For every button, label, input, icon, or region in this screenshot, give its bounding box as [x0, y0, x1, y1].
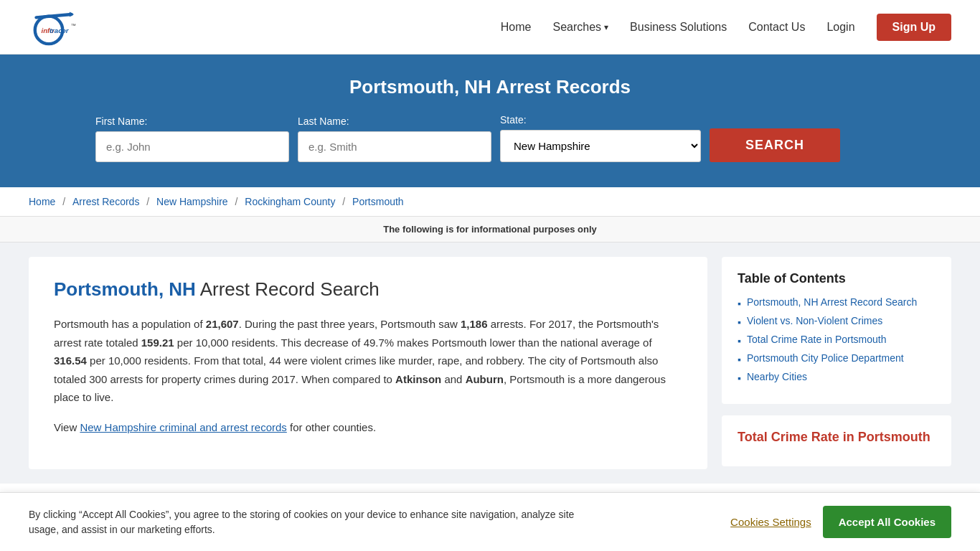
toc-item-2: Violent vs. Non-Violent Crimes — [738, 315, 936, 328]
toc-item-5: Nearby Cities — [738, 371, 936, 384]
article-title: Portsmouth, NH Arrest Record Search — [54, 278, 682, 301]
article-paragraph-1: Portsmouth has a population of 21,607. D… — [54, 315, 682, 407]
last-name-input[interactable] — [298, 131, 491, 162]
toc-link-2[interactable]: Violent vs. Non-Violent Crimes — [747, 315, 882, 326]
article-section: Portsmouth, NH Arrest Record Search Port… — [29, 257, 707, 469]
nav-searches[interactable]: Searches ▾ — [552, 21, 608, 34]
hero-title: Portsmouth, NH Arrest Records — [29, 76, 951, 98]
toc-link-1[interactable]: Portsmouth, NH Arrest Record Search — [747, 296, 917, 308]
toc-box: Table of Contents Portsmouth, NH Arrest … — [722, 257, 951, 404]
state-group: State: New Hampshire Alabama Alaska Ariz… — [500, 114, 701, 162]
search-form: First Name: Last Name: State: New Hampsh… — [95, 114, 885, 162]
last-name-group: Last Name: — [298, 116, 491, 162]
state-label: State: — [500, 114, 701, 126]
svg-text:™: ™ — [71, 23, 76, 28]
toc-item-4: Portsmouth City Police Department — [738, 352, 936, 365]
svg-line-1 — [37, 14, 72, 17]
nav-signup[interactable]: Sign Up — [877, 14, 951, 41]
crime-rate-box: Total Crime Rate in Portsmouth — [722, 415, 951, 466]
first-name-input[interactable] — [95, 131, 289, 162]
breadcrumb: Home / Arrest Records / New Hampshire / … — [0, 187, 980, 217]
crime-rate-title: Total Crime Rate in Portsmouth — [738, 430, 936, 445]
toc-link-3[interactable]: Total Crime Rate in Portsmouth — [747, 334, 887, 345]
info-bar: The following is for informational purpo… — [0, 217, 980, 242]
toc-link-4[interactable]: Portsmouth City Police Department — [747, 352, 904, 364]
nh-records-link[interactable]: New Hampshire criminal and arrest record… — [80, 421, 286, 433]
nav-contact[interactable]: Contact Us — [748, 21, 805, 34]
logo-area: info tracer ™ — [29, 7, 79, 47]
nav-home[interactable]: Home — [501, 21, 532, 34]
article-paragraph-2: View New Hampshire criminal and arrest r… — [54, 418, 682, 437]
toc-list: Portsmouth, NH Arrest Record Search Viol… — [738, 296, 936, 384]
toc-title: Table of Contents — [738, 271, 936, 286]
toc-link-5[interactable]: Nearby Cities — [747, 371, 807, 382]
toc-item-3: Total Crime Rate in Portsmouth — [738, 334, 936, 347]
chevron-down-icon: ▾ — [604, 22, 608, 32]
main-content: Portsmouth, NH Arrest Record Search Port… — [0, 242, 980, 484]
state-select[interactable]: New Hampshire Alabama Alaska Arizona Cal… — [500, 130, 701, 162]
first-name-group: First Name: — [95, 116, 289, 162]
logo-icon: info tracer ™ — [29, 7, 79, 47]
breadcrumb-portsmouth[interactable]: Portsmouth — [352, 196, 404, 207]
last-name-label: Last Name: — [298, 116, 491, 127]
svg-marker-2 — [70, 12, 74, 17]
toc-item-1: Portsmouth, NH Arrest Record Search — [738, 296, 936, 309]
breadcrumb-rockingham[interactable]: Rockingham County — [245, 196, 335, 207]
breadcrumb-home[interactable]: Home — [29, 196, 55, 207]
search-button[interactable]: SEARCH — [710, 128, 840, 162]
svg-text:tracer: tracer — [50, 27, 70, 34]
hero-section: Portsmouth, NH Arrest Records First Name… — [0, 55, 980, 187]
nav-business[interactable]: Business Solutions — [630, 21, 727, 34]
navbar: info tracer ™ Home Searches ▾ Business S… — [0, 0, 980, 55]
nav-links: Home Searches ▾ Business Solutions Conta… — [501, 14, 951, 41]
first-name-label: First Name: — [95, 116, 289, 127]
article-body: Portsmouth has a population of 21,607. D… — [54, 315, 682, 436]
nav-login[interactable]: Login — [826, 21, 854, 34]
sidebar: Table of Contents Portsmouth, NH Arrest … — [722, 257, 951, 469]
breadcrumb-arrest-records[interactable]: Arrest Records — [72, 196, 139, 207]
breadcrumb-new-hampshire[interactable]: New Hampshire — [156, 196, 228, 207]
